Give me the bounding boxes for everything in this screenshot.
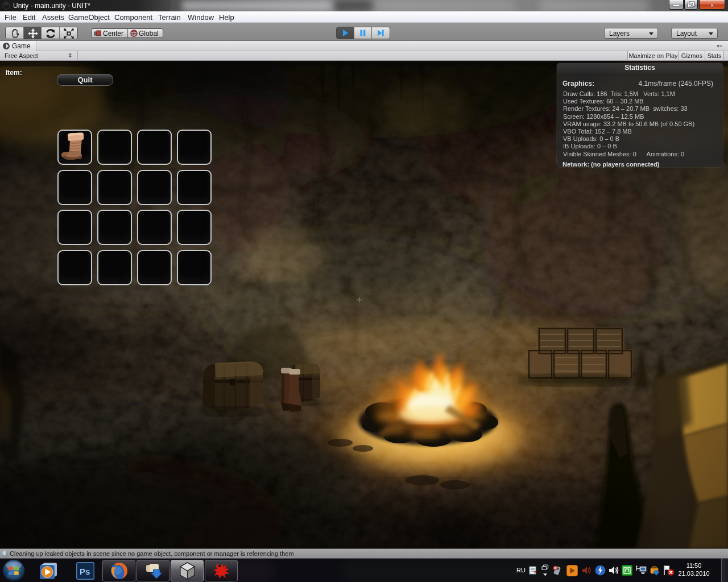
svg-text:Ps: Ps (80, 567, 90, 576)
svg-text:x: x (710, 1, 714, 9)
